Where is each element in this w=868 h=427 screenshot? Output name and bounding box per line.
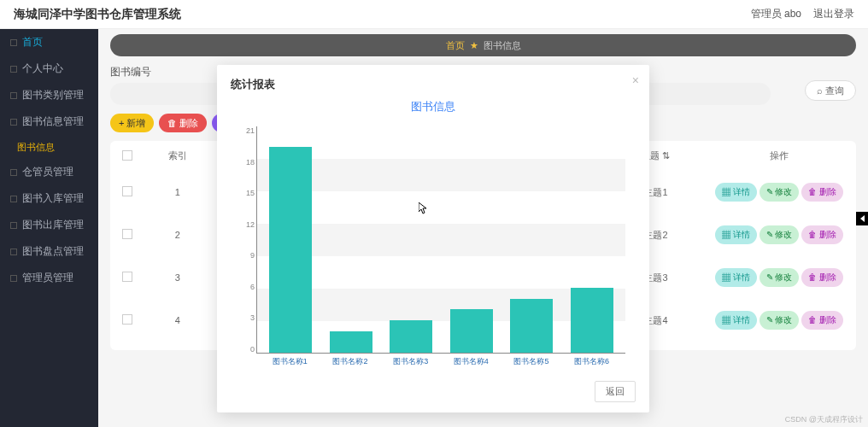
chart-title: 图书信息 xyxy=(231,99,636,114)
x-label: 图书名称3 xyxy=(390,356,432,367)
y-tick: 15 xyxy=(234,189,255,197)
y-tick: 9 xyxy=(234,251,255,260)
y-tick: 21 xyxy=(234,126,255,135)
close-icon[interactable]: × xyxy=(632,73,639,87)
bar-rect xyxy=(390,320,432,353)
x-label: 图书名称1 xyxy=(268,356,311,367)
x-label: 图书名称5 xyxy=(510,356,553,367)
y-tick: 12 xyxy=(234,220,255,229)
y-tick: 6 xyxy=(234,283,255,291)
y-tick: 3 xyxy=(234,313,255,322)
return-button[interactable]: 返回 xyxy=(595,381,636,402)
x-label: 图书名称6 xyxy=(571,356,613,367)
bar-rect xyxy=(571,288,613,353)
x-label: 图书名称4 xyxy=(449,356,492,367)
stats-modal: 统计报表 × 图书信息 211815129630 图书名称1图书名称2图书名称3… xyxy=(217,65,649,412)
grid-band xyxy=(257,224,625,256)
bar-rect xyxy=(450,309,493,353)
bar xyxy=(571,288,613,353)
bar xyxy=(390,320,432,353)
y-axis: 211815129630 xyxy=(234,126,255,354)
bar xyxy=(330,331,372,353)
bar xyxy=(269,147,312,353)
modal-title: 统计报表 xyxy=(231,77,636,92)
chart-area: 211815129630 图书名称1图书名称2图书名称3图书名称4图书名称5图书… xyxy=(256,126,625,366)
bar xyxy=(510,299,553,353)
y-tick: 0 xyxy=(234,345,255,354)
bar-rect xyxy=(510,299,553,353)
grid-band xyxy=(257,159,625,191)
x-label: 图书名称2 xyxy=(329,356,372,367)
bar xyxy=(450,309,493,353)
chart-plot xyxy=(256,126,625,354)
watermark: CSDN @天成程序设计 xyxy=(785,414,863,425)
y-tick: 18 xyxy=(234,158,255,167)
x-axis: 图书名称1图书名称2图书名称3图书名称4图书名称5图书名称6 xyxy=(256,356,625,367)
bar-rect xyxy=(269,147,312,353)
bar-rect xyxy=(330,331,372,353)
